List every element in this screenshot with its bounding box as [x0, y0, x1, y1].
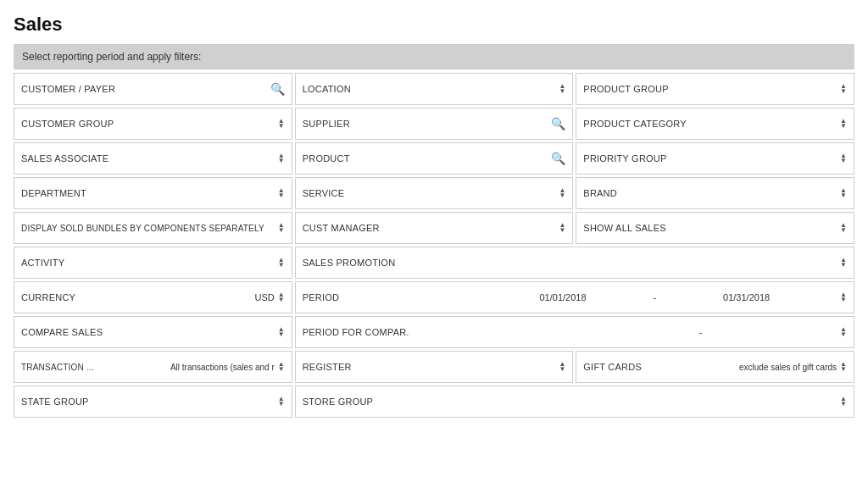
filter-register[interactable]: REGISTER ▲▼ [295, 351, 574, 383]
filter-customer-group[interactable]: CUSTOMER GROUP ▲▼ [14, 108, 292, 140]
filter-period-for-compar[interactable]: PERIOD FOR COMPAR. - ▲▼ [295, 316, 854, 348]
filter-display-bundles[interactable]: display sold bundles by components separ… [14, 212, 292, 244]
sort-icon: ▲▼ [559, 362, 565, 371]
sort-icon: ▲▼ [278, 292, 285, 302]
sort-icon: ▲▼ [840, 397, 847, 406]
filter-customer-payer[interactable]: CUSTOMER / PAYER 🔍 [14, 73, 292, 105]
filter-period[interactable]: PERIOD 01/01/2018 - 01/31/2018 ▲▼ [295, 281, 854, 313]
filter-cust-manager[interactable]: CUST MANAGER ▲▼ [295, 212, 574, 244]
filter-brand[interactable]: BRAND ▲▼ [576, 177, 854, 209]
filter-location[interactable]: LOCATION ▲▼ [295, 73, 574, 105]
filter-service[interactable]: SERVICE ▲▼ [295, 177, 574, 209]
sort-icon: ▲▼ [278, 223, 285, 232]
search-icon: 🔍 [551, 152, 565, 165]
sort-icon: ▲▼ [278, 119, 285, 128]
sort-icon: ▲▼ [278, 397, 285, 406]
filter-grid: CUSTOMER / PAYER 🔍 LOCATION ▲▼ PRODUCT G… [14, 73, 854, 418]
page-title: Sales [14, 14, 854, 36]
sort-icon: ▲▼ [278, 153, 285, 163]
filter-show-all-sales[interactable]: show all sales ▲▼ [576, 212, 854, 244]
sort-icon: ▲▼ [278, 362, 285, 371]
filter-sales-associate[interactable]: SALES ASSOCIATE ▲▼ [14, 142, 292, 175]
filter-store-group[interactable]: STORE GROUP ▲▼ [295, 385, 854, 418]
filter-activity[interactable]: ACTIVITY ▲▼ [14, 247, 292, 279]
sort-icon: ▲▼ [840, 362, 847, 371]
period-separator: - [653, 292, 656, 302]
sort-icon: ▲▼ [278, 327, 285, 336]
sort-icon: ▲▼ [278, 188, 285, 197]
filter-compare-sales[interactable]: COMPARE SALES ▲▼ [14, 316, 292, 348]
transaction-value: All transactions (sales and r [170, 363, 275, 372]
sort-icon: ▲▼ [559, 188, 565, 197]
sort-icon: ▲▼ [840, 84, 847, 93]
sort-icon: ▲▼ [278, 258, 285, 267]
sort-icon: ▲▼ [840, 153, 847, 163]
filter-priority-group[interactable]: PRIORITY GROUP ▲▼ [576, 142, 854, 175]
filter-state-group[interactable]: STATE GROUP ▲▼ [14, 385, 292, 418]
period-date-to: 01/31/2018 [661, 292, 832, 302]
sort-icon: ▲▼ [840, 119, 847, 128]
filter-instruction: Select reporting period and apply filter… [14, 44, 854, 69]
filter-product-category[interactable]: PRODUCT CATEGORY ▲▼ [576, 108, 854, 140]
sort-icon: ▲▼ [840, 223, 847, 232]
filter-department[interactable]: DEPARTMENT ▲▼ [14, 177, 292, 209]
gift-cards-value: exclude sales of gift cards [739, 363, 837, 372]
filter-transaction[interactable]: TRANSACTION ... All transactions (sales … [14, 351, 292, 383]
sort-icon: ▲▼ [559, 84, 565, 93]
filter-sales-promotion[interactable]: SALES PROMOTION ▲▼ [295, 247, 854, 279]
sort-icon: ▲▼ [840, 188, 847, 197]
filter-gift-cards[interactable]: GIFT CARDS exclude sales of gift cards ▲… [576, 351, 854, 383]
sort-icon: ▲▼ [840, 258, 847, 267]
filter-product[interactable]: PRODUCT 🔍 [295, 142, 574, 175]
sort-icon: ▲▼ [559, 223, 565, 232]
filter-currency[interactable]: CURRENCY USD ▲▼ [14, 281, 292, 313]
period-compar-value: - [570, 327, 832, 337]
search-icon: 🔍 [551, 117, 565, 130]
filter-product-group[interactable]: PRODUCT GROUP ▲▼ [576, 73, 854, 105]
filter-supplier[interactable]: SUPPLIER 🔍 [295, 108, 574, 140]
sort-icon: ▲▼ [840, 292, 847, 302]
sort-icon: ▲▼ [840, 327, 847, 336]
currency-value: USD [255, 292, 275, 302]
period-date-from: 01/01/2018 [478, 292, 648, 302]
search-icon: 🔍 [270, 82, 285, 96]
